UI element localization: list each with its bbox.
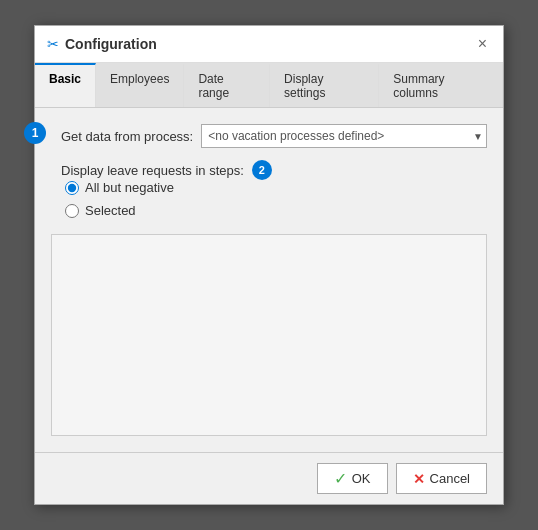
tab-date-range[interactable]: Date range: [184, 63, 270, 107]
radio-group: All but negative Selected: [65, 180, 487, 218]
tab-display-settings[interactable]: Display settings: [270, 63, 379, 107]
configuration-dialog: ✂ Configuration × Basic Employees Date r…: [34, 25, 504, 505]
get-data-row: Get data from process: <no vacation proc…: [61, 124, 487, 148]
ok-label: OK: [352, 471, 371, 486]
radio-selected-input[interactable]: [65, 204, 79, 218]
radio-all-but-negative-label: All but negative: [85, 180, 174, 195]
steps-list-box[interactable]: [51, 234, 487, 436]
title-bar-left: ✂ Configuration: [47, 36, 157, 52]
radio-all-but-negative-input[interactable]: [65, 181, 79, 195]
tab-bar: Basic Employees Date range Display setti…: [35, 63, 503, 108]
ok-icon: ✓: [334, 469, 347, 488]
display-leave-label: Display leave requests in steps:: [61, 163, 244, 178]
process-dropdown[interactable]: <no vacation processes defined>: [201, 124, 487, 148]
process-select-wrapper: <no vacation processes defined> ▼: [201, 124, 487, 148]
step-badge-1: 1: [24, 122, 46, 144]
close-button[interactable]: ×: [474, 34, 491, 54]
title-bar: ✂ Configuration ×: [35, 26, 503, 63]
cancel-button[interactable]: ✕ Cancel: [396, 463, 487, 494]
get-data-label: Get data from process:: [61, 129, 193, 144]
display-leave-label-row: Display leave requests in steps: 2: [61, 160, 487, 180]
tab-content: 1 Get data from process: <no vacation pr…: [35, 108, 503, 452]
tab-employees[interactable]: Employees: [96, 63, 184, 107]
ok-button[interactable]: ✓ OK: [317, 463, 388, 494]
radio-all-but-negative[interactable]: All but negative: [65, 180, 487, 195]
radio-selected-label: Selected: [85, 203, 136, 218]
radio-selected[interactable]: Selected: [65, 203, 487, 218]
dialog-footer: ✓ OK ✕ Cancel: [35, 452, 503, 504]
tab-summary-columns[interactable]: Summary columns: [379, 63, 503, 107]
cancel-label: Cancel: [430, 471, 470, 486]
cancel-icon: ✕: [413, 471, 425, 487]
dialog-title: Configuration: [65, 36, 157, 52]
step-badge-2: 2: [252, 160, 272, 180]
config-icon: ✂: [47, 36, 59, 52]
display-leave-section: Display leave requests in steps: 2 All b…: [61, 160, 487, 218]
tab-basic[interactable]: Basic: [35, 63, 96, 107]
